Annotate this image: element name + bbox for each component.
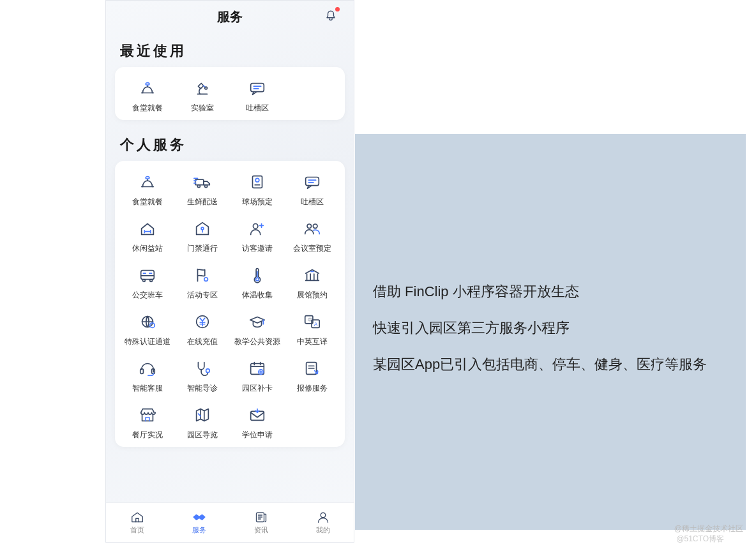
personal-item-17[interactable]: 智能导诊 <box>175 359 230 394</box>
watermark-51cto: @51CTO博客 <box>676 534 724 545</box>
tab-news[interactable]: 资讯 <box>230 503 292 542</box>
personal-label: 园区导览 <box>187 430 218 440</box>
personal-item-5[interactable]: 门禁通行 <box>175 219 230 254</box>
personal-card: 食堂就餐生鲜配送球场预定吐槽区休闲益站门禁通行访客邀请会议室预定公交班车活动专区… <box>115 161 345 447</box>
personal-item-6[interactable]: 访客邀请 <box>230 219 285 254</box>
recent-label: 食堂就餐 <box>132 103 163 114</box>
tab-user[interactable]: 我的 <box>292 503 354 542</box>
personal-label: 展馆预约 <box>297 290 328 301</box>
user-icon <box>315 510 331 524</box>
personal-item-20[interactable]: 餐厅实况 <box>120 405 175 440</box>
bus-icon <box>137 266 158 285</box>
info-line-2: 快速引入园区第三方服务小程序 <box>373 317 728 338</box>
personal-label: 球场预定 <box>242 197 273 207</box>
recent-item-0[interactable]: 食堂就餐 <box>120 79 175 114</box>
house-gym-icon <box>137 219 158 238</box>
personal-label: 活动专区 <box>187 290 218 301</box>
personal-item-0[interactable]: 食堂就餐 <box>120 172 175 207</box>
personal-item-8[interactable]: 公交班车 <box>120 266 175 301</box>
personal-label: 中英互译 <box>297 336 328 347</box>
recent-item-1[interactable]: 实验室 <box>175 79 230 114</box>
page-title: 服务 <box>217 8 243 26</box>
storefront-icon <box>137 405 158 425</box>
personal-label: 园区补卡 <box>242 383 273 394</box>
personal-item-13[interactable]: 在线充值 <box>175 312 230 347</box>
globe-badge-icon <box>137 312 158 331</box>
personal-item-14[interactable]: 教学公共资源 <box>230 312 285 347</box>
yen-icon <box>192 312 213 331</box>
notification-dot-icon <box>335 7 340 11</box>
personal-item-19[interactable]: 报修服务 <box>285 359 340 394</box>
chat-icon <box>301 172 323 192</box>
flag-icon <box>192 266 213 285</box>
personal-item-21[interactable]: 园区导览 <box>175 405 230 440</box>
doc-wrench-icon <box>301 359 323 378</box>
info-line-3: 某园区App已引入包括电商、停车、健身、医疗等服务 <box>373 354 728 375</box>
personal-item-9[interactable]: 活动专区 <box>175 266 230 301</box>
personal-item-2[interactable]: 球场预定 <box>230 172 285 207</box>
door-key-icon <box>192 219 213 238</box>
section-personal-title: 个人服务 <box>106 126 354 161</box>
chat-icon <box>246 79 268 98</box>
personal-label: 公交班车 <box>132 290 163 301</box>
personal-label: 食堂就餐 <box>132 197 163 207</box>
personal-label: 智能导诊 <box>187 383 218 394</box>
personal-label: 餐厅实况 <box>132 430 163 440</box>
news-icon <box>253 510 269 524</box>
translate-icon <box>301 312 323 331</box>
people-icon <box>301 219 323 238</box>
home-icon <box>130 510 145 524</box>
info-panel: 借助 FinClip 小程序容器开放生态 快速引入园区第三方服务小程序 某园区A… <box>355 134 746 530</box>
watermark-juejin: @稀土掘金技术社区 <box>674 523 743 534</box>
personal-item-18[interactable]: 园区补卡 <box>230 359 285 394</box>
personal-item-7[interactable]: 会议室预定 <box>285 219 340 254</box>
personal-item-11[interactable]: 展馆预约 <box>285 266 340 301</box>
personal-label: 教学公共资源 <box>234 336 280 347</box>
app-header: 服务 <box>106 1 354 33</box>
person-plus-icon <box>246 219 268 238</box>
map-icon <box>192 405 213 425</box>
tab-label: 资讯 <box>254 525 268 535</box>
tab-label: 服务 <box>192 525 206 535</box>
personal-label: 会议室预定 <box>293 243 331 254</box>
tab-handshake[interactable]: 服务 <box>168 503 230 542</box>
personal-item-10[interactable]: 体温收集 <box>230 266 285 301</box>
handshake-icon <box>192 510 207 524</box>
personal-item-4[interactable]: 休闲益站 <box>120 219 175 254</box>
personal-item-16[interactable]: 智能客服 <box>120 359 175 394</box>
recent-label: 吐槽区 <box>246 103 269 114</box>
bottom-tabbar: 首页服务资讯我的 <box>106 502 354 542</box>
tab-label: 我的 <box>316 525 330 535</box>
personal-label: 在线充值 <box>187 336 218 347</box>
calendar-plus-icon <box>246 359 268 378</box>
personal-item-22[interactable]: 学位申请 <box>230 405 285 440</box>
envelope-icon <box>246 405 268 425</box>
personal-label: 体温收集 <box>242 290 273 301</box>
recent-item-2[interactable]: 吐槽区 <box>230 79 285 114</box>
personal-item-1[interactable]: 生鲜配送 <box>175 172 230 207</box>
personal-label: 生鲜配送 <box>187 197 218 207</box>
headset-icon <box>137 359 158 378</box>
section-recent-title: 最近使用 <box>106 33 354 67</box>
personal-label: 智能客服 <box>132 383 163 394</box>
personal-item-12[interactable]: 特殊认证通道 <box>120 312 175 347</box>
notifications-button[interactable] <box>323 8 338 26</box>
personal-label: 报修服务 <box>297 383 328 394</box>
thermo-icon <box>246 266 268 285</box>
personal-label: 门禁通行 <box>187 243 218 254</box>
bell-dish-icon <box>137 79 158 98</box>
ticket-icon <box>246 172 268 192</box>
personal-label: 休闲益站 <box>132 243 163 254</box>
bell-dish-icon <box>137 172 158 192</box>
personal-item-3[interactable]: 吐槽区 <box>285 172 340 207</box>
recent-card: 食堂就餐实验室吐槽区 <box>115 67 345 120</box>
personal-label: 吐槽区 <box>301 197 324 207</box>
tab-home[interactable]: 首页 <box>106 503 168 542</box>
stethoscope-icon <box>192 359 213 378</box>
museum-icon <box>301 266 323 285</box>
personal-label: 特殊认证通道 <box>125 336 170 347</box>
personal-label: 访客邀请 <box>242 243 273 254</box>
personal-item-15[interactable]: 中英互译 <box>285 312 340 347</box>
info-line-1: 借助 FinClip 小程序容器开放生态 <box>373 281 728 302</box>
microscope-icon <box>192 79 213 98</box>
